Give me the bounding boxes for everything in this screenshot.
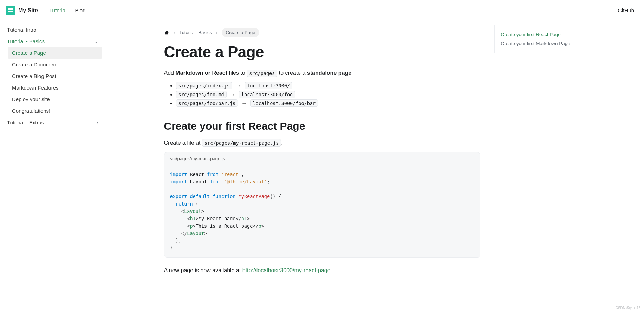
sidebar-item-deploy-site[interactable]: Deploy your site [8,93,102,105]
sidebar: Tutorial Intro Tutorial - Basics ⌄ Creat… [0,21,105,312]
text: . [331,267,332,273]
sidebar-item-markdown-features[interactable]: Markdown Features [8,82,102,93]
code-inline: src/pages [247,70,277,77]
brand-text: My Site [18,7,38,14]
sidebar-category-label: Tutorial - Basics [7,38,45,44]
sidebar-category-label: Tutorial - Extras [7,119,44,125]
breadcrumb-link[interactable]: Tutorial - Basics [179,30,212,35]
result-link[interactable]: http://localhost:3000/my-react-page [242,267,331,273]
main-content: › Tutorial - Basics › Create a Page Crea… [150,21,494,312]
path-mapping-list: src/pages/index.js → localhost:3000/ src… [164,83,480,106]
text-strong: standalone page [307,70,351,76]
chevron-down-icon: ⌄ [95,39,98,44]
sidebar-item-create-document[interactable]: Create a Document [8,59,102,70]
table-of-contents: Create your first React Page Create your… [494,25,600,53]
code-inline: localhost:3000/foo/bar [250,99,318,107]
sidebar-item-congratulations[interactable]: Congratulations! [8,105,102,117]
home-icon[interactable] [164,30,170,35]
text: Create a file at [164,140,202,146]
code-block: src/pages/my-react-page.js import React … [164,152,480,258]
chevron-right-icon: › [97,120,98,125]
code-block-body: import React from 'react'; import Layout… [164,165,480,257]
code-inline: src/pages/my-react-page.js [202,139,281,147]
page-title: Create a Page [164,43,480,61]
code-inline: src/pages/foo/bar.js [176,99,238,107]
sidebar-item-create-blog-post[interactable]: Create a Blog Post [8,70,102,82]
text-strong: Markdown or React [175,70,227,76]
list-item: src/pages/foo.md → localhost:3000/foo [176,91,480,97]
intro-paragraph: Add Markdown or React files to src/pages… [164,69,480,78]
text: : [281,140,282,146]
logo-icon [6,6,15,15]
text: files to [227,70,247,76]
text: to create a [277,70,307,76]
arrow-icon: → [236,83,241,89]
list-item: src/pages/foo/bar.js → localhost:3000/fo… [176,100,480,106]
react-intro-paragraph: Create a file at src/pages/my-react-page… [164,138,480,148]
toc-item-markdown-page[interactable]: Create your first Markdown Page [501,39,593,48]
text: : [351,70,353,76]
nav-link-tutorial[interactable]: Tutorial [45,5,71,16]
navbar-brand[interactable]: My Site [6,6,38,15]
chevron-right-icon: › [216,31,217,35]
outro-paragraph: A new page is now available at http://lo… [164,266,480,275]
nav-link-blog[interactable]: Blog [71,5,90,16]
text: A new page is now available at [164,267,242,273]
sidebar-category-basics[interactable]: Tutorial - Basics ⌄ [3,35,102,47]
code-inline: src/pages/foo.md [176,91,227,98]
code-inline: src/pages/index.js [176,82,232,89]
code-inline: localhost:3000/ [245,82,292,89]
chevron-right-icon: › [174,31,175,35]
arrow-icon: → [241,100,247,106]
breadcrumb: › Tutorial - Basics › Create a Page [164,28,480,37]
watermark: CSDN @yma16 [616,306,640,310]
breadcrumb-current: Create a Page [222,28,260,37]
sidebar-category-extras[interactable]: Tutorial - Extras › [3,117,102,128]
heading-react-page: Create your first React Page [164,120,480,132]
text: Add [164,70,176,76]
arrow-icon: → [230,91,235,97]
sidebar-item-tutorial-intro[interactable]: Tutorial Intro [3,24,102,35]
toc-item-react-page[interactable]: Create your first React Page [501,30,593,39]
list-item: src/pages/index.js → localhost:3000/ [176,83,480,89]
nav-link-github[interactable]: GitHub [613,5,638,16]
code-block-filename: src/pages/my-react-page.js [164,152,480,165]
code-inline: localhost:3000/foo [239,91,295,98]
sidebar-item-create-page[interactable]: Create a Page [8,47,102,59]
navbar: My Site Tutorial Blog GitHub [0,0,644,21]
